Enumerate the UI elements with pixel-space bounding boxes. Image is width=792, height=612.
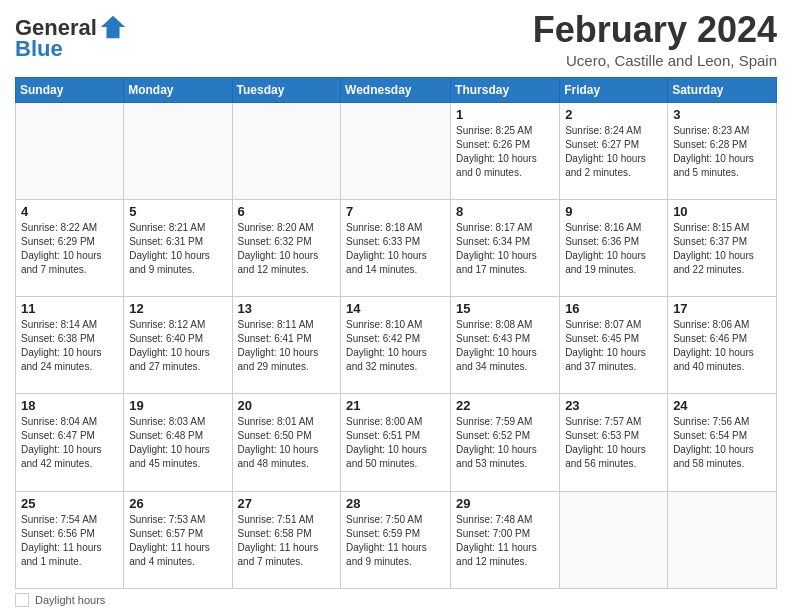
day-number: 9 — [565, 204, 662, 219]
day-number: 15 — [456, 301, 554, 316]
day-number: 27 — [238, 496, 336, 511]
day-cell: 21Sunrise: 8:00 AMSunset: 6:51 PMDayligh… — [341, 394, 451, 491]
day-cell: 28Sunrise: 7:50 AMSunset: 6:59 PMDayligh… — [341, 491, 451, 588]
day-number: 13 — [238, 301, 336, 316]
day-info: Sunrise: 8:18 AMSunset: 6:33 PMDaylight:… — [346, 221, 445, 277]
day-number: 22 — [456, 398, 554, 413]
day-info: Sunrise: 7:50 AMSunset: 6:59 PMDaylight:… — [346, 513, 445, 569]
day-cell — [341, 102, 451, 199]
day-info: Sunrise: 8:17 AMSunset: 6:34 PMDaylight:… — [456, 221, 554, 277]
day-number: 26 — [129, 496, 226, 511]
day-info: Sunrise: 8:06 AMSunset: 6:46 PMDaylight:… — [673, 318, 771, 374]
week-row-5: 25Sunrise: 7:54 AMSunset: 6:56 PMDayligh… — [16, 491, 777, 588]
day-cell: 18Sunrise: 8:04 AMSunset: 6:47 PMDayligh… — [16, 394, 124, 491]
day-info: Sunrise: 8:07 AMSunset: 6:45 PMDaylight:… — [565, 318, 662, 374]
day-cell: 23Sunrise: 7:57 AMSunset: 6:53 PMDayligh… — [560, 394, 668, 491]
day-cell: 2Sunrise: 8:24 AMSunset: 6:27 PMDaylight… — [560, 102, 668, 199]
location-title: Ucero, Castille and Leon, Spain — [533, 52, 777, 69]
day-cell: 17Sunrise: 8:06 AMSunset: 6:46 PMDayligh… — [668, 297, 777, 394]
day-info: Sunrise: 7:48 AMSunset: 7:00 PMDaylight:… — [456, 513, 554, 569]
day-info: Sunrise: 8:16 AMSunset: 6:36 PMDaylight:… — [565, 221, 662, 277]
day-cell: 20Sunrise: 8:01 AMSunset: 6:50 PMDayligh… — [232, 394, 341, 491]
day-cell — [124, 102, 232, 199]
title-block: February 2024 Ucero, Castille and Leon, … — [533, 10, 777, 69]
day-number: 3 — [673, 107, 771, 122]
day-number: 21 — [346, 398, 445, 413]
svg-marker-0 — [101, 16, 125, 38]
col-header-sunday: Sunday — [16, 77, 124, 102]
day-info: Sunrise: 8:10 AMSunset: 6:42 PMDaylight:… — [346, 318, 445, 374]
day-info: Sunrise: 7:59 AMSunset: 6:52 PMDaylight:… — [456, 415, 554, 471]
day-number: 6 — [238, 204, 336, 219]
col-header-thursday: Thursday — [451, 77, 560, 102]
calendar-table: SundayMondayTuesdayWednesdayThursdayFrid… — [15, 77, 777, 589]
day-number: 14 — [346, 301, 445, 316]
day-cell: 29Sunrise: 7:48 AMSunset: 7:00 PMDayligh… — [451, 491, 560, 588]
header: General Blue February 2024 Ucero, Castil… — [15, 10, 777, 69]
day-number: 11 — [21, 301, 118, 316]
day-cell: 16Sunrise: 8:07 AMSunset: 6:45 PMDayligh… — [560, 297, 668, 394]
day-info: Sunrise: 8:15 AMSunset: 6:37 PMDaylight:… — [673, 221, 771, 277]
col-header-friday: Friday — [560, 77, 668, 102]
logo-icon — [99, 14, 127, 42]
week-row-1: 1Sunrise: 8:25 AMSunset: 6:26 PMDaylight… — [16, 102, 777, 199]
footer-dot — [15, 593, 29, 607]
day-info: Sunrise: 8:00 AMSunset: 6:51 PMDaylight:… — [346, 415, 445, 471]
day-cell: 8Sunrise: 8:17 AMSunset: 6:34 PMDaylight… — [451, 199, 560, 296]
day-number: 4 — [21, 204, 118, 219]
day-cell: 5Sunrise: 8:21 AMSunset: 6:31 PMDaylight… — [124, 199, 232, 296]
day-info: Sunrise: 8:08 AMSunset: 6:43 PMDaylight:… — [456, 318, 554, 374]
day-number: 25 — [21, 496, 118, 511]
logo: General Blue — [15, 14, 127, 60]
day-info: Sunrise: 7:54 AMSunset: 6:56 PMDaylight:… — [21, 513, 118, 569]
day-info: Sunrise: 8:24 AMSunset: 6:27 PMDaylight:… — [565, 124, 662, 180]
day-number: 19 — [129, 398, 226, 413]
day-number: 29 — [456, 496, 554, 511]
day-info: Sunrise: 8:03 AMSunset: 6:48 PMDaylight:… — [129, 415, 226, 471]
day-cell: 9Sunrise: 8:16 AMSunset: 6:36 PMDaylight… — [560, 199, 668, 296]
col-header-saturday: Saturday — [668, 77, 777, 102]
day-number: 5 — [129, 204, 226, 219]
day-number: 8 — [456, 204, 554, 219]
daylight-label: Daylight hours — [35, 594, 105, 606]
day-cell: 27Sunrise: 7:51 AMSunset: 6:58 PMDayligh… — [232, 491, 341, 588]
day-cell — [232, 102, 341, 199]
week-row-4: 18Sunrise: 8:04 AMSunset: 6:47 PMDayligh… — [16, 394, 777, 491]
day-cell: 13Sunrise: 8:11 AMSunset: 6:41 PMDayligh… — [232, 297, 341, 394]
header-row: SundayMondayTuesdayWednesdayThursdayFrid… — [16, 77, 777, 102]
day-cell: 7Sunrise: 8:18 AMSunset: 6:33 PMDaylight… — [341, 199, 451, 296]
day-number: 7 — [346, 204, 445, 219]
day-cell: 3Sunrise: 8:23 AMSunset: 6:28 PMDaylight… — [668, 102, 777, 199]
day-info: Sunrise: 8:11 AMSunset: 6:41 PMDaylight:… — [238, 318, 336, 374]
day-cell: 26Sunrise: 7:53 AMSunset: 6:57 PMDayligh… — [124, 491, 232, 588]
day-info: Sunrise: 7:57 AMSunset: 6:53 PMDaylight:… — [565, 415, 662, 471]
day-cell: 19Sunrise: 8:03 AMSunset: 6:48 PMDayligh… — [124, 394, 232, 491]
day-number: 18 — [21, 398, 118, 413]
day-info: Sunrise: 7:51 AMSunset: 6:58 PMDaylight:… — [238, 513, 336, 569]
day-number: 24 — [673, 398, 771, 413]
day-info: Sunrise: 8:23 AMSunset: 6:28 PMDaylight:… — [673, 124, 771, 180]
week-row-2: 4Sunrise: 8:22 AMSunset: 6:29 PMDaylight… — [16, 199, 777, 296]
day-number: 10 — [673, 204, 771, 219]
day-cell: 11Sunrise: 8:14 AMSunset: 6:38 PMDayligh… — [16, 297, 124, 394]
day-info: Sunrise: 8:01 AMSunset: 6:50 PMDaylight:… — [238, 415, 336, 471]
day-number: 28 — [346, 496, 445, 511]
day-number: 17 — [673, 301, 771, 316]
col-header-tuesday: Tuesday — [232, 77, 341, 102]
day-cell: 12Sunrise: 8:12 AMSunset: 6:40 PMDayligh… — [124, 297, 232, 394]
day-cell — [560, 491, 668, 588]
day-cell: 1Sunrise: 8:25 AMSunset: 6:26 PMDaylight… — [451, 102, 560, 199]
day-info: Sunrise: 7:53 AMSunset: 6:57 PMDaylight:… — [129, 513, 226, 569]
day-cell — [16, 102, 124, 199]
day-info: Sunrise: 8:20 AMSunset: 6:32 PMDaylight:… — [238, 221, 336, 277]
day-number: 2 — [565, 107, 662, 122]
day-info: Sunrise: 8:12 AMSunset: 6:40 PMDaylight:… — [129, 318, 226, 374]
day-info: Sunrise: 8:14 AMSunset: 6:38 PMDaylight:… — [21, 318, 118, 374]
day-cell: 25Sunrise: 7:54 AMSunset: 6:56 PMDayligh… — [16, 491, 124, 588]
day-cell: 24Sunrise: 7:56 AMSunset: 6:54 PMDayligh… — [668, 394, 777, 491]
col-header-wednesday: Wednesday — [341, 77, 451, 102]
day-number: 20 — [238, 398, 336, 413]
day-info: Sunrise: 8:22 AMSunset: 6:29 PMDaylight:… — [21, 221, 118, 277]
col-header-monday: Monday — [124, 77, 232, 102]
day-info: Sunrise: 8:21 AMSunset: 6:31 PMDaylight:… — [129, 221, 226, 277]
